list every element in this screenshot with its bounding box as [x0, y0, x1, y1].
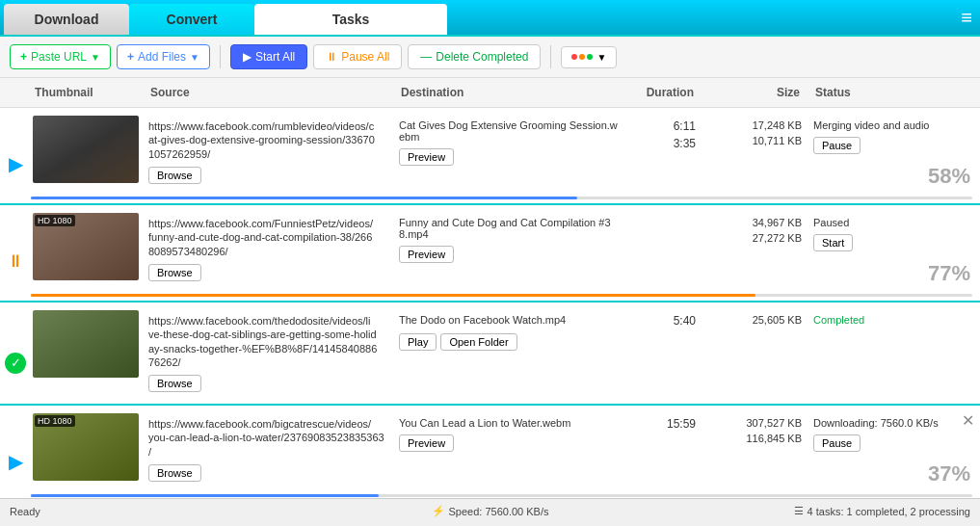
th-icon	[4, 82, 27, 103]
task1-icon: ▶	[4, 116, 27, 193]
task2-thumbnail: HD 1080	[27, 213, 143, 290]
hd-badge: HD 1080	[35, 215, 75, 226]
pause-task-button[interactable]: Pause	[813, 434, 861, 452]
task1-thumbnail	[27, 116, 143, 193]
task-row: ⏸ HD 1080 https://www.facebook.com/Funni…	[0, 205, 980, 302]
task3-icon: ✓	[4, 310, 27, 396]
source-url: https://www.facebook.com/rumblevideo/vid…	[148, 119, 387, 161]
th-destination: Destination	[393, 82, 624, 103]
status-text: Merging video and audio	[813, 119, 970, 131]
play-status-icon: ▶	[9, 152, 23, 175]
dest-name: You Can Lead a Lion to Water.webm	[399, 417, 619, 429]
tab-convert[interactable]: Convert	[129, 4, 254, 35]
pause-task-button[interactable]: Pause	[813, 137, 861, 154]
preview-button[interactable]: Preview	[399, 434, 454, 452]
status-text: Completed	[813, 314, 970, 326]
browse-button[interactable]: Browse	[148, 375, 201, 392]
delete-completed-button[interactable]: — Delete Completed	[408, 44, 541, 69]
status-ready: Ready	[10, 506, 330, 517]
separator1	[220, 45, 221, 68]
add-files-button[interactable]: + Add Files ▼	[117, 44, 210, 69]
lightning-icon: ⚡	[432, 505, 445, 517]
dropdown-icon: ▼	[91, 52, 100, 63]
task3-dest: The Dodo on Facebook Watch.mp4 Play Open…	[393, 310, 624, 396]
th-status: Status	[808, 82, 976, 103]
size-val2: 116,845 KB	[707, 433, 802, 444]
play-icon: ▶	[243, 50, 252, 64]
duration-val2: 3:35	[630, 137, 696, 150]
dest-name: Funny and Cute Dog and Cat Compilation #…	[399, 217, 619, 240]
size-val1: 25,605 KB	[707, 314, 802, 326]
status-text: Paused	[813, 217, 970, 228]
task2-status: Paused Start 77%	[808, 213, 976, 290]
pause-all-button[interactable]: ⏸ Pause All	[313, 44, 402, 69]
task1-source: https://www.facebook.com/rumblevideo/vid…	[143, 116, 393, 193]
dot-orange	[579, 54, 585, 60]
task4-duration: 15:59	[624, 413, 702, 490]
dots-menu-button[interactable]: ▼	[561, 46, 617, 68]
dots-chevron: ▼	[596, 52, 606, 63]
toolbar: + Paste URL ▼ + Add Files ▼ ▶ Start All …	[0, 37, 980, 78]
start-all-button[interactable]: ▶ Start All	[230, 44, 307, 69]
browse-button[interactable]: Browse	[148, 167, 201, 184]
play-button[interactable]: Play	[399, 333, 437, 351]
paste-url-button[interactable]: + Paste URL ▼	[10, 44, 111, 69]
tab-tasks[interactable]: Tasks	[254, 4, 447, 35]
browse-button[interactable]: Browse	[148, 464, 201, 482]
pause-status-icon: ⏸	[7, 251, 24, 272]
task2-source: https://www.facebook.com/FunniestPetz/vi…	[143, 213, 393, 290]
browse-button[interactable]: Browse	[148, 264, 201, 281]
tab-download[interactable]: Download	[4, 4, 129, 35]
list-icon: ☰	[794, 505, 804, 517]
check-status-icon: ✓	[5, 353, 26, 374]
task2-size: 34,967 KB 27,272 KB	[702, 213, 808, 290]
play-status-icon: ▶	[9, 450, 23, 473]
task3-status: Completed	[808, 310, 976, 396]
dot-red	[571, 54, 577, 60]
task1-status: Merging video and audio Pause 58%	[808, 116, 976, 193]
status-tasks: ☰ 4 tasks: 1 completed, 2 processing	[650, 505, 970, 517]
close-task-button[interactable]: ✕	[962, 411, 974, 430]
task3-thumbnail	[27, 310, 143, 396]
th-duration: Duration	[624, 82, 702, 103]
header-tabs: Download Convert Tasks ≡	[0, 0, 980, 37]
menu-button[interactable]: ≡	[961, 0, 980, 35]
task-row: ✓ https://www.facebook.com/thedodosite/v…	[0, 302, 980, 406]
pause-icon: ⏸	[326, 50, 337, 64]
status-text: Downloading: 7560.0 KB/s	[813, 417, 970, 429]
tasks-table: Thumbnail Source Destination Duration Si…	[0, 78, 980, 498]
task4-status: Downloading: 7560.0 KB/s Pause 37%	[808, 413, 976, 490]
hd-badge: HD 1080	[35, 415, 75, 427]
task3-source: https://www.facebook.com/thedodosite/vid…	[143, 310, 393, 396]
dropdown-icon2: ▼	[190, 52, 199, 63]
task2-dest: Funny and Cute Dog and Cat Compilation #…	[393, 213, 624, 290]
th-thumbnail: Thumbnail	[27, 82, 143, 103]
dot-green	[587, 54, 593, 60]
preview-button[interactable]: Preview	[399, 246, 454, 263]
separator2	[550, 45, 551, 68]
app-container: Download Convert Tasks ≡ + Paste URL ▼ +…	[0, 0, 980, 526]
task-row: ▶ https://www.facebook.com/rumblevideo/v…	[0, 108, 980, 205]
open-folder-button[interactable]: Open Folder	[440, 333, 516, 351]
preview-button[interactable]: Preview	[399, 148, 454, 166]
size-val1: 34,967 KB	[707, 217, 802, 228]
plus-icon-blue: +	[127, 50, 134, 64]
progress-pct: 37%	[813, 461, 970, 487]
th-size: Size	[702, 82, 808, 103]
task4-source: https://www.facebook.com/bigcatrescue/vi…	[143, 413, 393, 490]
start-task-button[interactable]: Start	[813, 234, 853, 251]
source-url: https://www.facebook.com/bigcatrescue/vi…	[148, 417, 387, 459]
duration-val1: 15:59	[630, 417, 696, 431]
th-source: Source	[143, 82, 393, 103]
duration-val1: 5:40	[630, 314, 696, 328]
task1-dest: Cat Gives Dog Extensive Grooming Session…	[393, 116, 624, 193]
task1-size: 17,248 KB 10,711 KB	[702, 116, 808, 193]
source-url: https://www.facebook.com/thedodosite/vid…	[148, 314, 387, 369]
dest-name: The Dodo on Facebook Watch.mp4	[399, 314, 619, 326]
hamburger-icon: ≡	[961, 7, 972, 29]
task4-dest: You Can Lead a Lion to Water.webm Previe…	[393, 413, 624, 490]
status-bar: Ready ⚡ Speed: 7560.00 KB/s ☰ 4 tasks: 1…	[0, 498, 980, 523]
progress-pct: 58%	[813, 164, 970, 189]
progress-pct: 77%	[813, 261, 970, 286]
task-row: ▶ HD 1080 https://www.facebook.com/bigca…	[0, 406, 980, 498]
